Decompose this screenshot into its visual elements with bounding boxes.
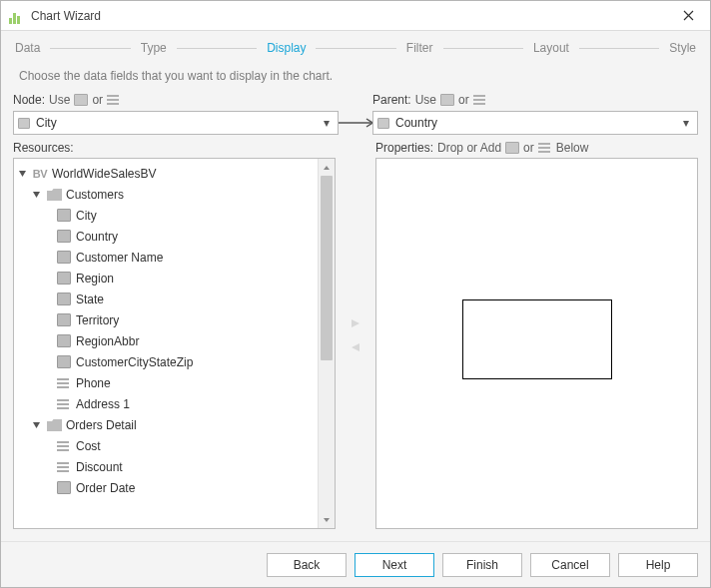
text-icon: [56, 375, 72, 391]
node-selected-value: City: [36, 116, 316, 130]
folder-icon: [46, 417, 62, 433]
properties-panel[interactable]: [375, 158, 698, 529]
parent-selected-value: Country: [395, 116, 675, 130]
tree-field[interactable]: Address 1: [16, 393, 318, 414]
node-dropdown[interactable]: City ▾: [13, 111, 339, 135]
step-filter[interactable]: Filter: [406, 41, 433, 55]
back-button[interactable]: Back: [267, 553, 347, 577]
cancel-button[interactable]: Cancel: [530, 553, 610, 577]
tree-field[interactable]: Country: [16, 226, 318, 247]
expander-icon[interactable]: [30, 189, 42, 201]
bv-icon: BV: [32, 166, 48, 182]
lines-icon: [538, 142, 552, 154]
field-icon: [56, 208, 72, 224]
expander-icon[interactable]: [16, 168, 28, 180]
tree-root[interactable]: BV WorldWideSalesBV: [16, 163, 318, 184]
tree-field[interactable]: Territory: [16, 309, 318, 330]
step-type[interactable]: Type: [141, 41, 167, 55]
field-icon: [56, 229, 72, 245]
lines-icon: [107, 94, 121, 106]
next-button[interactable]: Next: [355, 553, 434, 577]
scroll-down-button[interactable]: [319, 511, 335, 528]
expander-icon[interactable]: [30, 419, 42, 431]
scroll-up-button[interactable]: [319, 159, 335, 176]
field-icon: [375, 116, 391, 130]
field-icon: [56, 312, 72, 328]
field-icon: [56, 250, 72, 266]
tree-field[interactable]: Order Date: [16, 477, 318, 498]
button-bar: Back Next Finish Cancel Help: [1, 541, 710, 587]
properties-drop-target[interactable]: [462, 299, 612, 379]
box-icon: [440, 94, 454, 106]
text-icon: [56, 438, 72, 454]
help-text: Choose the data fields that you want to …: [13, 65, 698, 93]
tree-field[interactable]: RegionAbbr: [16, 330, 318, 351]
parent-label-line: Parent: Use or: [372, 93, 698, 107]
parent-label: Parent:: [372, 93, 411, 107]
chevron-down-icon: ▾: [320, 116, 334, 130]
add-arrow-button[interactable]: [346, 313, 365, 333]
resources-scrollbar[interactable]: [318, 159, 335, 528]
scroll-track[interactable]: [319, 176, 335, 511]
text-icon: [56, 459, 72, 475]
properties-label: Properties:: [375, 141, 433, 155]
tree-field[interactable]: CustomerCityStateZip: [16, 351, 318, 372]
remove-arrow-button[interactable]: [346, 337, 365, 357]
field-icon: [16, 116, 32, 130]
step-display[interactable]: Display: [267, 41, 306, 55]
folder-icon: [46, 187, 62, 203]
close-button[interactable]: [668, 1, 708, 31]
tree-field[interactable]: Cost: [16, 435, 318, 456]
field-icon: [56, 292, 72, 307]
scroll-thumb[interactable]: [321, 176, 333, 360]
wizard-steps: Data Type Display Filter Layout Style: [13, 41, 698, 65]
box-icon: [74, 94, 88, 106]
resources-tree[interactable]: BV WorldWideSalesBV Customers City: [14, 159, 318, 504]
help-button[interactable]: Help: [618, 553, 698, 577]
field-icon: [56, 354, 72, 370]
properties-label-line: Properties: Drop or Add or Below: [375, 141, 698, 155]
tree-field[interactable]: City: [16, 205, 318, 226]
chevron-down-icon: ▾: [679, 116, 693, 130]
tree-field[interactable]: Region: [16, 268, 318, 289]
text-icon: [56, 396, 72, 412]
tree-field[interactable]: Discount: [16, 456, 318, 477]
box-icon: [505, 142, 519, 154]
tree-folder-orders[interactable]: Orders Detail: [16, 414, 318, 435]
resources-panel: BV WorldWideSalesBV Customers City: [13, 158, 336, 529]
resources-label: Resources:: [13, 141, 336, 155]
chart-wizard-icon: [9, 8, 25, 24]
field-icon: [56, 480, 72, 496]
step-style[interactable]: Style: [669, 41, 696, 55]
tree-field[interactable]: State: [16, 289, 318, 309]
node-label: Node:: [13, 93, 45, 107]
step-data[interactable]: Data: [15, 41, 40, 55]
finish-button[interactable]: Finish: [442, 553, 522, 577]
tree-folder-customers[interactable]: Customers: [16, 184, 318, 205]
node-parent-connector: [339, 118, 372, 128]
parent-dropdown[interactable]: Country ▾: [372, 111, 698, 135]
lines-icon: [473, 94, 487, 106]
tree-field[interactable]: Phone: [16, 372, 318, 393]
step-layout[interactable]: Layout: [533, 41, 569, 55]
title-bar: Chart Wizard: [1, 1, 710, 31]
field-icon: [56, 271, 72, 287]
field-icon: [56, 333, 72, 349]
node-label-line: Node: Use or: [13, 93, 339, 107]
tree-field[interactable]: Customer Name: [16, 247, 318, 268]
window-title: Chart Wizard: [31, 9, 668, 23]
